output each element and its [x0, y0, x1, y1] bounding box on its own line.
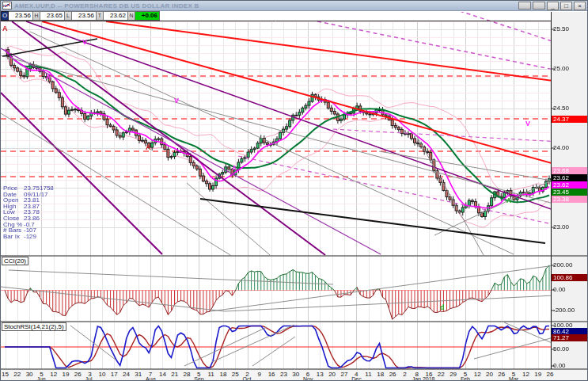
wave-label: Λ — [506, 197, 511, 204]
window-title: AMEX.UUP,D -- POWERSHARES DB US DOLLAR I… — [14, 2, 199, 10]
price-axis-label-box: 23.45 — [552, 189, 588, 196]
month-label: Jul — [85, 376, 120, 381]
price-axis-label-box: 23.62 — [552, 181, 588, 189]
chart-canvas[interactable] — [1, 12, 588, 381]
wave-label: V — [82, 39, 87, 46]
quote-cell-23.65: 23.65 — [40, 11, 65, 21]
quote-cell-23.56: 23.56 — [9, 11, 33, 21]
quote-cell-N: N — [128, 11, 135, 21]
date-tick: 26 — [544, 371, 556, 378]
date-tick: 31 — [132, 371, 145, 378]
stochrsi-study-label[interactable]: StochRSI(14,21(2),5) — [2, 322, 66, 331]
price-axis-label-box: 23.62 — [552, 174, 588, 181]
app-icon — [2, 2, 12, 10]
month-label: Jun — [36, 376, 71, 381]
month-label: Feb — [461, 376, 495, 381]
date-tick: 30 — [23, 371, 36, 378]
price-axis-label: 24.50 — [553, 105, 588, 112]
time-axis: 1522305121926310172431714212851118252916… — [1, 370, 588, 381]
cci-study-label[interactable]: CCI(20) — [2, 257, 28, 265]
quote-cell-+0.06: +0.06 — [135, 11, 160, 21]
toolbar-button-1[interactable] — [518, 2, 531, 10]
date-tick: 22 — [11, 371, 24, 378]
wave-label: A — [146, 144, 151, 151]
date-tick: 24 — [120, 371, 133, 378]
quote-strip: O23.56H23.65L23.56T23.62N+0.06 — [1, 11, 160, 21]
month-label: Sep — [194, 376, 229, 381]
quote-cell-23.56: 23.56 — [72, 11, 97, 21]
cci-axis-label: 200.00 — [553, 261, 588, 269]
quote-cell-O: O — [1, 11, 9, 21]
wave-label: V — [174, 97, 179, 105]
data-window-readout: Price23.751758Date09/11/17Open23.81High2… — [3, 185, 54, 239]
minimize-icon[interactable]: _ — [547, 2, 559, 10]
month-label: Jan 2018 — [412, 376, 447, 381]
date-tick: 25 — [229, 371, 241, 378]
wave-label: Λ — [232, 165, 237, 172]
wave-label: V — [525, 120, 530, 128]
month-label: Dec — [351, 376, 386, 381]
date-tick: 26 — [386, 371, 399, 378]
price-axis-label: 25.00 — [553, 65, 588, 72]
month-label: Oct — [243, 376, 278, 381]
date-tick: 26 — [71, 371, 84, 378]
price-axis-label: 24.00 — [553, 144, 588, 151]
price-axis-label: 23.00 — [553, 223, 588, 231]
date-tick: 29 — [447, 371, 460, 378]
cci-axis-label: 0.00 — [553, 286, 588, 293]
month-label: Nov — [303, 376, 338, 381]
quote-cell-23.62: 23.62 — [104, 11, 128, 21]
date-tick: 23 — [277, 371, 290, 378]
stoch-axis-label: 0.00 — [553, 362, 588, 369]
window-controls: _ □ × — [518, 2, 586, 10]
date-tick: 2 — [398, 371, 411, 378]
date-tick: 27 — [338, 371, 351, 378]
price-axis-label-box: 24.37 — [552, 116, 588, 123]
wave-label: d — [440, 304, 445, 311]
date-tick: 30 — [290, 371, 302, 378]
price-axis-label: 25.50 — [553, 25, 588, 32]
chart-window: AMEX.UUP,D -- POWERSHARES DB US DOLLAR I… — [0, 0, 588, 381]
cci-axis-label: -200.00 — [553, 307, 588, 314]
cci-axis-label-box: 100.86 — [552, 274, 588, 281]
toolbar-button-2[interactable] — [533, 2, 545, 10]
maximize-icon[interactable]: □ — [560, 2, 572, 10]
readout-row: Bar Ix-129 — [3, 234, 54, 240]
date-tick: 15 — [0, 371, 12, 378]
stoch-axis-label: 50.00 — [553, 345, 588, 352]
month-label: Aug — [146, 376, 180, 381]
quote-cell-T: T — [97, 11, 104, 21]
close-icon[interactable]: × — [574, 2, 586, 10]
stoch-axis-label-box: 71.27 — [552, 334, 588, 341]
wave-label: A — [2, 25, 8, 32]
month-label: Mar — [509, 376, 544, 381]
title-bar[interactable]: AMEX.UUP,D -- POWERSHARES DB US DOLLAR I… — [1, 1, 587, 11]
price-axis-label-box: 23.38 — [552, 196, 588, 203]
date-tick: 28 — [180, 371, 193, 378]
date-tick: 26 — [495, 371, 508, 378]
wave-label: Λ — [46, 74, 51, 81]
quote-cell-L: L — [65, 11, 72, 21]
price-axis-label-box: 23.68 — [552, 167, 588, 174]
quote-cell-H: H — [33, 11, 40, 21]
